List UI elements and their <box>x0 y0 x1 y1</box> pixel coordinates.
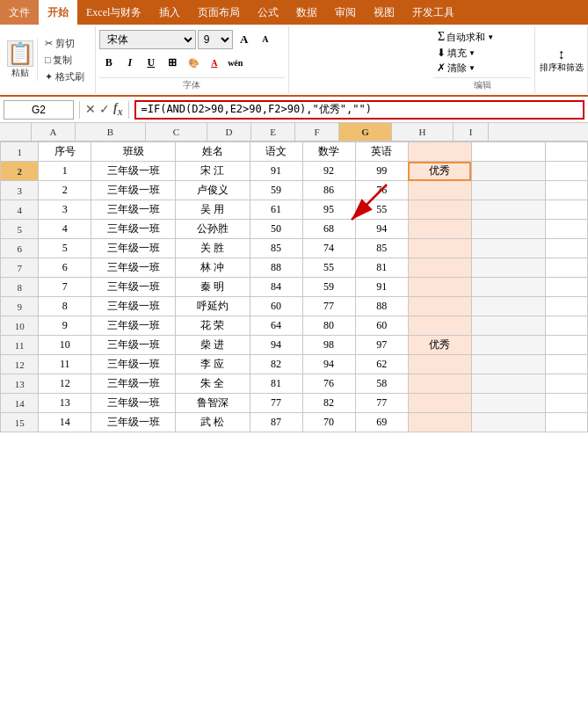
row-num-2[interactable]: 2 <box>1 162 39 181</box>
cell-r11-c2[interactable]: 李 应 <box>176 355 250 374</box>
cell-r8-c2[interactable]: 呼延灼 <box>176 297 250 316</box>
cell-r4-c3[interactable]: 50 <box>250 220 302 239</box>
cell-r3-c1[interactable]: 三年级一班 <box>91 200 176 220</box>
cell-r2-c4[interactable]: 86 <box>302 181 355 200</box>
cell-r4-c6[interactable] <box>408 220 471 239</box>
fill-dropdown-icon[interactable]: ▼ <box>468 49 475 57</box>
cell-r8-c3[interactable]: 60 <box>250 297 302 316</box>
cell-r4-c4[interactable]: 68 <box>302 220 355 239</box>
row-num-6[interactable]: 6 <box>1 239 39 258</box>
cell-r14-c7[interactable] <box>471 413 545 432</box>
cell-r6-c8[interactable] <box>545 258 587 278</box>
cell-r11-c1[interactable]: 三年级一班 <box>91 355 176 374</box>
cell-r11-c7[interactable] <box>471 355 545 374</box>
header-cell-3[interactable]: 语文 <box>250 142 302 162</box>
row-num-10[interactable]: 10 <box>1 316 39 336</box>
cell-r14-c1[interactable]: 三年级一班 <box>91 413 176 432</box>
row-num-3[interactable]: 3 <box>1 181 39 200</box>
cell-r7-c0[interactable]: 7 <box>39 278 91 297</box>
cell-r14-c6[interactable] <box>408 413 471 432</box>
cell-r13-c5[interactable]: 77 <box>355 394 408 413</box>
cell-r10-c0[interactable]: 10 <box>39 336 91 355</box>
cell-r7-c2[interactable]: 秦 明 <box>176 278 250 297</box>
cell-r13-c2[interactable]: 鲁智深 <box>176 394 250 413</box>
cell-r4-c0[interactable]: 4 <box>39 220 91 239</box>
font-shrink-button[interactable]: A <box>256 30 275 49</box>
cell-r2-c1[interactable]: 三年级一班 <box>91 181 176 200</box>
cell-r7-c4[interactable]: 59 <box>302 278 355 297</box>
row-num-14[interactable]: 14 <box>1 394 39 413</box>
cell-r1-c5[interactable]: 99 <box>355 162 408 181</box>
font-extra-button[interactable]: wén <box>226 54 245 73</box>
sort-filter-button[interactable]: ↕ 排序和筛选 <box>540 47 584 73</box>
row-num-5[interactable]: 5 <box>1 220 39 239</box>
cell-r9-c3[interactable]: 64 <box>250 316 302 336</box>
cell-r5-c2[interactable]: 关 胜 <box>176 239 250 258</box>
row-num-12[interactable]: 12 <box>1 355 39 374</box>
menu-insert[interactable]: 插入 <box>150 0 189 25</box>
cell-r12-c3[interactable]: 81 <box>250 374 302 394</box>
menu-excel[interactable]: Excel与财务 <box>77 0 150 25</box>
cell-r13-c0[interactable]: 13 <box>39 394 91 413</box>
header-cell-5[interactable]: 英语 <box>355 142 408 162</box>
header-cell-8[interactable] <box>545 142 587 162</box>
cell-r2-c2[interactable]: 卢俊义 <box>176 181 250 200</box>
col-header-I[interactable]: I <box>454 123 489 141</box>
cell-r5-c5[interactable]: 85 <box>355 239 408 258</box>
row-num-4[interactable]: 4 <box>1 200 39 220</box>
cell-r1-c7[interactable] <box>471 162 545 181</box>
row-num-11[interactable]: 11 <box>1 336 39 355</box>
col-header-A[interactable]: A <box>32 123 76 141</box>
header-cell-6[interactable] <box>408 142 471 162</box>
row-num-15[interactable]: 15 <box>1 413 39 432</box>
cell-r6-c2[interactable]: 林 冲 <box>176 258 250 278</box>
col-header-C[interactable]: C <box>146 123 207 141</box>
cut-button[interactable]: ✂ 剪切 <box>43 36 86 51</box>
copy-button[interactable]: □ 复制 <box>43 53 86 68</box>
cell-r6-c1[interactable]: 三年级一班 <box>91 258 176 278</box>
cell-r7-c7[interactable] <box>471 278 545 297</box>
cell-r4-c8[interactable] <box>545 220 587 239</box>
cell-r8-c5[interactable]: 88 <box>355 297 408 316</box>
cell-r11-c0[interactable]: 11 <box>39 355 91 374</box>
cell-r8-c6[interactable] <box>408 297 471 316</box>
format-painter-button[interactable]: ✦ 格式刷 <box>43 69 86 84</box>
cell-r8-c0[interactable]: 8 <box>39 297 91 316</box>
fill-button[interactable]: ⬇ 填充 ▼ <box>433 46 479 61</box>
cell-r11-c4[interactable]: 94 <box>302 355 355 374</box>
cell-r6-c7[interactable] <box>471 258 545 278</box>
col-header-B[interactable]: B <box>76 123 146 141</box>
cell-r7-c5[interactable]: 91 <box>355 278 408 297</box>
row-num-13[interactable]: 13 <box>1 374 39 394</box>
cancel-formula-icon[interactable]: ✕ <box>85 102 96 117</box>
cell-r12-c0[interactable]: 12 <box>39 374 91 394</box>
cell-r9-c7[interactable] <box>471 316 545 336</box>
row-num-9[interactable]: 9 <box>1 297 39 316</box>
cell-r3-c4[interactable]: 95 <box>302 200 355 220</box>
autosum-button[interactable]: Σ 自动求和 ▼ <box>433 28 498 46</box>
cell-r10-c5[interactable]: 97 <box>355 336 408 355</box>
font-name-select[interactable]: 宋体 <box>99 30 196 49</box>
cell-r9-c1[interactable]: 三年级一班 <box>91 316 176 336</box>
cell-r8-c7[interactable] <box>471 297 545 316</box>
menu-view[interactable]: 视图 <box>365 0 403 25</box>
cell-r9-c6[interactable] <box>408 316 471 336</box>
cell-r4-c1[interactable]: 三年级一班 <box>91 220 176 239</box>
cell-r8-c1[interactable]: 三年级一班 <box>91 297 176 316</box>
cell-r14-c8[interactable] <box>545 413 587 432</box>
cell-r9-c2[interactable]: 花 荣 <box>176 316 250 336</box>
menu-formula[interactable]: 公式 <box>249 0 287 25</box>
cell-r11-c6[interactable] <box>408 355 471 374</box>
cell-r13-c7[interactable] <box>471 394 545 413</box>
cell-r10-c3[interactable]: 94 <box>250 336 302 355</box>
cell-r7-c1[interactable]: 三年级一班 <box>91 278 176 297</box>
cell-r12-c8[interactable] <box>545 374 587 394</box>
cell-r13-c8[interactable] <box>545 394 587 413</box>
cell-r11-c3[interactable]: 82 <box>250 355 302 374</box>
menu-dev[interactable]: 开发工具 <box>403 0 463 25</box>
cell-r1-c1[interactable]: 三年级一班 <box>91 162 176 181</box>
col-header-F[interactable]: F <box>295 123 339 141</box>
cell-r12-c2[interactable]: 朱 全 <box>176 374 250 394</box>
cell-r14-c3[interactable]: 87 <box>250 413 302 432</box>
cell-r6-c5[interactable]: 81 <box>355 258 408 278</box>
